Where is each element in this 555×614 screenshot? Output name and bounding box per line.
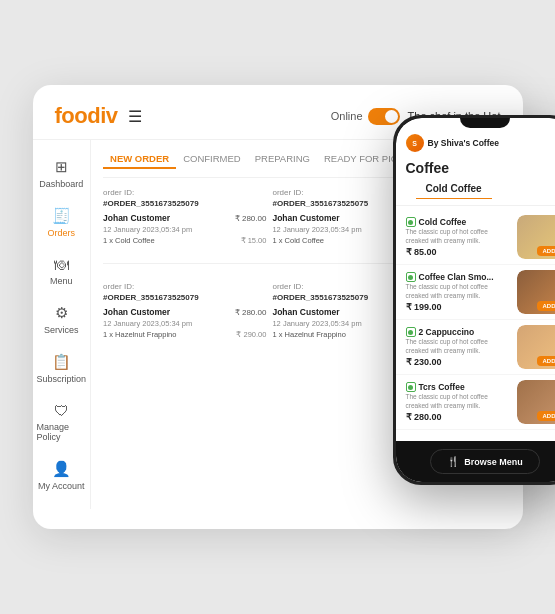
phone-item-img-2: ADD: [517, 270, 556, 314]
phone-item-info-1: Cold Coffee The classic cup of hot coffe…: [406, 217, 511, 257]
order-customer-row-4: Johan Customer ₹ 280.00: [103, 307, 266, 317]
order-customer-row-1: Johan Customer ₹ 280.00: [103, 213, 266, 223]
add-button-2[interactable]: ADD: [537, 301, 556, 311]
tab-new-order[interactable]: NEW ORDER: [103, 150, 176, 169]
phone-item-info-3: 2 Cappuccino The classic cup of hot coff…: [406, 327, 511, 367]
cafe-avatar: S: [406, 134, 424, 152]
order-customer-2: Johan Customer: [272, 213, 339, 223]
sidebar-item-services[interactable]: ⚙ Services: [33, 296, 91, 343]
phone-notch: [460, 118, 510, 128]
sidebar-label-orders: Orders: [48, 228, 76, 238]
sidebar-item-my-account[interactable]: 👤 My Account: [33, 452, 91, 499]
online-label: Online: [331, 110, 363, 122]
cafe-name: S By Shiva's Coffee: [406, 134, 499, 152]
phone-subcategory[interactable]: Cold Coffee: [416, 181, 492, 199]
add-button-4[interactable]: ADD: [537, 411, 556, 421]
add-button-3[interactable]: ADD: [537, 356, 556, 366]
sidebar-label-dashboard: Dashboard: [39, 179, 83, 189]
sidebar: ⊞ Dashboard 🧾 Orders 🍽 Menu ⚙ Services 📋…: [33, 140, 92, 509]
menu-icon: 🍽: [54, 256, 69, 273]
order-id-1: #ORDER_3551673525079: [103, 199, 266, 208]
phone-item-img-1: ADD: [517, 215, 556, 259]
phone-item-desc-1: The classic cup of hot coffee creaked wi…: [406, 228, 511, 245]
order-id-4: #ORDER_3551673525079: [103, 293, 266, 302]
services-icon: ⚙: [55, 304, 68, 322]
orders-icon: 🧾: [52, 207, 71, 225]
online-status: Online: [331, 108, 400, 125]
sidebar-item-menu[interactable]: 🍽 Menu: [33, 248, 91, 294]
phone-menu-item-4: Tcrs Coffee The classic cup of hot coffe…: [396, 375, 556, 430]
browse-menu-label: Browse Menu: [464, 457, 523, 467]
sidebar-label-menu: Menu: [50, 276, 73, 286]
phone-item-info-4: Tcrs Coffee The classic cup of hot coffe…: [406, 382, 511, 422]
veg-icon-4: [406, 382, 416, 392]
order-card-1: order ID: #ORDER_3551673525079 Johan Cus…: [103, 188, 266, 245]
phone-mockup: S By Shiva's Coffee ≡ Coffee Cold Coffee…: [393, 115, 556, 485]
browse-menu-button[interactable]: 🍴 Browse Menu: [430, 449, 540, 474]
cafe-name-text: By Shiva's Coffee: [428, 138, 499, 148]
phone-menu-item-1: Cold Coffee The classic cup of hot coffe…: [396, 210, 556, 265]
order-date-4: 12 January 2023,05:34 pm: [103, 319, 266, 328]
sidebar-item-manage-policy[interactable]: 🛡 Manage Policy: [33, 394, 91, 450]
phone-screen: S By Shiva's Coffee ≡ Coffee Cold Coffee…: [396, 118, 556, 482]
order-customer-4: Johan Customer: [103, 307, 170, 317]
order-item-price-4: ₹ 290.00: [236, 330, 266, 339]
sidebar-item-subscription[interactable]: 📋 Subscription: [33, 345, 91, 392]
sidebar-label-my-account: My Account: [38, 481, 85, 491]
phone-item-img-3: ADD: [517, 325, 556, 369]
phone-item-desc-4: The classic cup of hot coffee creaked wi…: [406, 393, 511, 410]
phone-item-price-4: ₹ 280.00: [406, 412, 511, 422]
my-account-icon: 👤: [52, 460, 71, 478]
sidebar-item-orders[interactable]: 🧾 Orders: [33, 199, 91, 246]
veg-icon-1: [406, 217, 416, 227]
phone-item-name-4: Tcrs Coffee: [406, 382, 511, 392]
veg-icon-3: [406, 327, 416, 337]
phone-item-name-3: 2 Cappuccino: [406, 327, 511, 337]
dashboard-icon: ⊞: [55, 158, 68, 176]
phone-bottom-bar: 🍴 Browse Menu: [396, 441, 556, 482]
phone-item-desc-2: The classic cup of hot coffee creaked wi…: [406, 283, 511, 300]
subscription-icon: 📋: [52, 353, 71, 371]
manage-policy-icon: 🛡: [54, 402, 69, 419]
order-price-1: ₹ 280.00: [235, 214, 267, 223]
phone-item-name-1: Cold Coffee: [406, 217, 511, 227]
tab-preparing[interactable]: PREPARING: [248, 150, 317, 169]
phone-menu-item-3: 2 Cappuccino The classic cup of hot coff…: [396, 320, 556, 375]
fork-knife-icon: 🍴: [447, 456, 459, 467]
app-logo: foodiv: [55, 103, 118, 129]
sidebar-label-manage-policy: Manage Policy: [37, 422, 87, 442]
order-label-4: order ID:: [103, 282, 266, 291]
phone-item-price-1: ₹ 85.00: [406, 247, 511, 257]
order-price-4: ₹ 280.00: [235, 308, 267, 317]
order-item-1: 1 x Cold Coffee: [103, 236, 155, 245]
phone-category-title: Coffee: [396, 156, 556, 178]
order-item-5: 1 x Hazelnut Frappino: [272, 330, 345, 339]
main-card: foodiv ☰ Online The chef in the Hot ⊞ Da…: [33, 85, 523, 529]
order-customer-1: Johan Customer: [103, 213, 170, 223]
order-card-4: order ID: #ORDER_3551673525079 Johan Cus…: [103, 282, 266, 339]
veg-icon-2: [406, 272, 416, 282]
phone-item-price-3: ₹ 230.00: [406, 357, 511, 367]
phone-item-name-2: Coffee Clan Smo...: [406, 272, 511, 282]
order-item-price-1: ₹ 15.00: [241, 236, 267, 245]
phone-menu-items: Cold Coffee The classic cup of hot coffe…: [396, 206, 556, 441]
sidebar-label-services: Services: [44, 325, 79, 335]
menu-hamburger-icon[interactable]: ☰: [128, 107, 142, 126]
phone-menu-item-2: Coffee Clan Smo... The classic cup of ho…: [396, 265, 556, 320]
sidebar-item-dashboard[interactable]: ⊞ Dashboard: [33, 150, 91, 197]
add-button-1[interactable]: ADD: [537, 246, 556, 256]
order-label-1: order ID:: [103, 188, 266, 197]
order-customer-5: Johan Customer: [272, 307, 339, 317]
order-item-2: 1 x Cold Coffee: [272, 236, 324, 245]
phone-item-desc-3: The classic cup of hot coffee creaked wi…: [406, 338, 511, 355]
online-toggle[interactable]: [368, 108, 400, 125]
phone-item-price-2: ₹ 199.00: [406, 302, 511, 312]
phone-item-img-4: ADD: [517, 380, 556, 424]
sidebar-label-subscription: Subscription: [37, 374, 87, 384]
phone-header: S By Shiva's Coffee ≡: [396, 128, 556, 156]
order-date-1: 12 January 2023,05:34 pm: [103, 225, 266, 234]
phone-item-info-2: Coffee Clan Smo... The classic cup of ho…: [406, 272, 511, 312]
tab-confirmed[interactable]: CONFIRMED: [176, 150, 248, 169]
order-item-4: 1 x Hazelnut Frappino: [103, 330, 176, 339]
